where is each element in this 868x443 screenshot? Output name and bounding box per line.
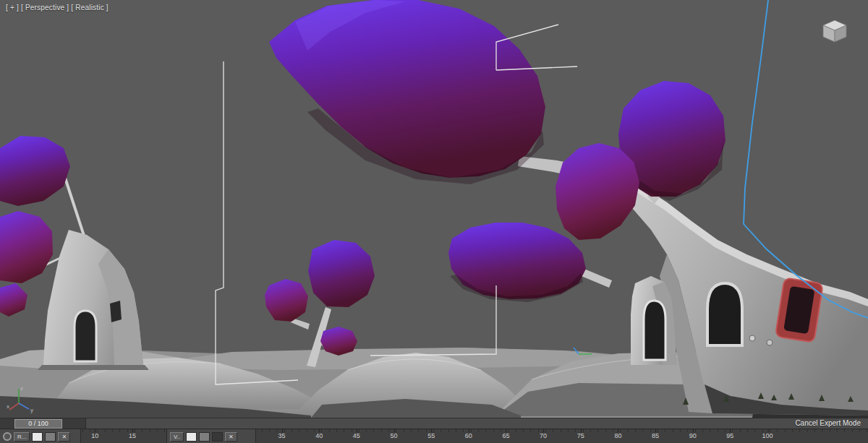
- tree-left-door: [75, 311, 96, 361]
- door-stone: [767, 340, 773, 345]
- statusbar-left-close-button[interactable]: ✕: [58, 432, 70, 442]
- axis-label-x: x: [7, 403, 9, 410]
- timeline-tick-95: 95: [726, 432, 733, 439]
- statusbar-field-gray[interactable]: [45, 432, 56, 442]
- statusbar-center-button[interactable]: V..: [170, 432, 184, 442]
- statusbar-center-cluster: V.. ✕: [166, 429, 256, 443]
- viewport-menu-general[interactable]: [ + ]: [6, 4, 19, 12]
- statusbar-field-gray2[interactable]: [199, 432, 210, 442]
- timeline-tick-75: 75: [577, 432, 584, 439]
- timeline-tick-55: 55: [427, 432, 435, 439]
- axis-label-z: z: [20, 385, 23, 392]
- door-stone: [749, 335, 755, 341]
- timeline-tick-90: 90: [689, 432, 697, 439]
- structure-arch-door: [707, 283, 742, 345]
- statusbar-left-cluster: R... ✕: [0, 429, 81, 443]
- viewport-label: [ + ][ Perspective ][ Realistic ]: [6, 4, 111, 12]
- statusbar-field-dark[interactable]: [212, 432, 223, 442]
- timeline-ruler[interactable]: 101535404550556065707580859095100 R... ✕…: [0, 429, 868, 443]
- red-door: [775, 278, 823, 342]
- timeline-tick-10: 10: [91, 432, 98, 439]
- mini-listener-field[interactable]: [32, 432, 43, 442]
- viewport-menu-shading[interactable]: [ Realistic ]: [71, 4, 109, 12]
- timeline-tick-40: 40: [315, 432, 323, 439]
- world-axis-tripod: z x y: [6, 384, 39, 415]
- timeline-tick-85: 85: [652, 432, 659, 439]
- record-circle-icon[interactable]: [3, 432, 12, 441]
- time-slider[interactable]: 0 / 100: [0, 418, 86, 429]
- viewport-3d[interactable]: [ + ][ Perspective ][ Realistic ] z x y: [0, 0, 868, 418]
- timeline-tick-65: 65: [502, 432, 509, 439]
- timeline-tick-50: 50: [390, 432, 397, 439]
- statusbar-field-white[interactable]: [186, 432, 197, 442]
- timeline-tick-70: 70: [540, 432, 547, 439]
- axis-label-y: y: [30, 407, 33, 413]
- max-window: [ + ][ Perspective ][ Realistic ] z x y …: [0, 0, 868, 443]
- scene-canvas[interactable]: [0, 0, 868, 418]
- viewcube[interactable]: [820, 16, 849, 45]
- timeline-tick-45: 45: [353, 432, 360, 439]
- tree-small-foliage: [320, 327, 357, 356]
- timeline-tick-15: 15: [129, 432, 136, 439]
- timeline-tick-60: 60: [465, 432, 472, 439]
- time-slider-row: 0 / 100 Cancel Expert Mode: [0, 418, 868, 429]
- statusbar-left-button[interactable]: R...: [14, 432, 30, 442]
- time-slider-handle[interactable]: 0 / 100: [14, 419, 62, 429]
- viewport-menu-pov[interactable]: [ Perspective ]: [21, 4, 69, 12]
- statusbar-center-close-button[interactable]: ✕: [225, 432, 237, 442]
- timeline-tick-100: 100: [762, 432, 773, 439]
- timeline-tick-80: 80: [614, 432, 621, 439]
- cancel-expert-mode-button[interactable]: Cancel Expert Mode: [795, 419, 861, 427]
- timeline-tick-35: 35: [278, 432, 286, 439]
- tree-center-door: [644, 301, 665, 360]
